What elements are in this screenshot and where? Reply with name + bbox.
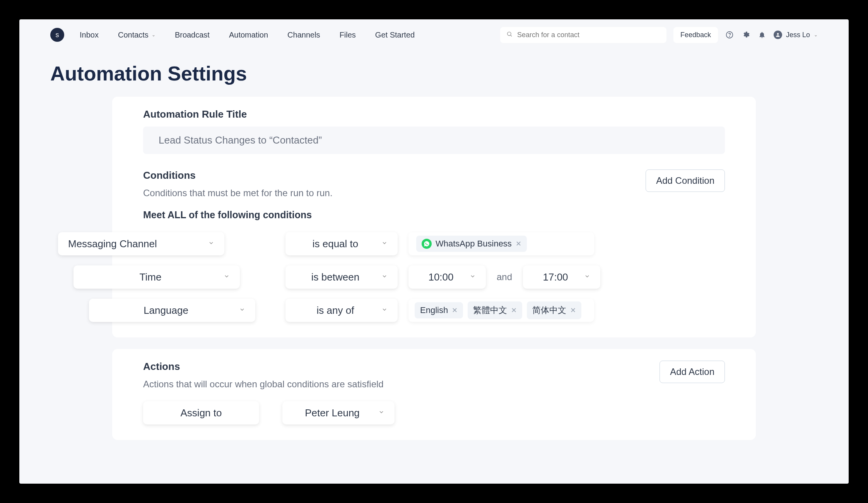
help-icon[interactable] [725,30,734,39]
chevron-down-icon [224,273,230,281]
logo[interactable]: s [50,28,64,42]
nav-right: Feedback Jess Lo ⌄ [500,27,818,43]
search-input[interactable] [517,31,660,39]
action-field-dropdown[interactable]: Assign to [143,401,259,424]
condition-field-dropdown[interactable]: Time [73,265,240,289]
conditions-label: Conditions [143,169,646,181]
condition-field-dropdown[interactable]: Messaging Channel [58,232,224,255]
nav-inbox[interactable]: Inbox [80,31,99,39]
user-name: Jess Lo [786,31,810,39]
nav-automation[interactable]: Automation [229,31,268,39]
bell-icon[interactable] [757,30,767,39]
remove-chip-icon[interactable]: ✕ [570,306,576,315]
time-start-dropdown[interactable]: 10:00 [408,265,486,289]
meet-all-label: Meet ALL of the following conditions [143,209,646,221]
condition-row-3: Language is any of English ✕ 繁體中文 ✕ 简体中文 [143,299,725,322]
action-row-1: Assign to Peter Leung [143,401,725,424]
chip-traditional-chinese: 繁體中文 ✕ [468,301,522,319]
chevron-down-icon [584,273,590,281]
condition-operator-dropdown[interactable]: is between [285,265,398,289]
chip-whatsapp: WhatsApp Business ✕ [416,236,527,252]
nav-contacts[interactable]: Contacts⌄ [118,31,155,39]
navbar: s Inbox Contacts⌄ Broadcast Automation C… [19,19,849,50]
condition-row-1: Messaging Channel is equal to WhatsApp B… [143,232,725,255]
nav-broadcast[interactable]: Broadcast [175,31,210,39]
user-menu[interactable]: Jess Lo ⌄ [774,31,818,39]
chevron-down-icon [381,273,388,281]
avatar-icon [774,31,782,39]
search-box[interactable] [500,27,666,43]
rule-title-label: Automation Rule Title [143,108,725,120]
chevron-down-icon: ⌄ [814,32,818,38]
gear-icon[interactable] [741,30,750,39]
time-end-dropdown[interactable]: 17:00 [523,265,600,289]
chip-english: English ✕ [415,302,463,318]
chevron-down-icon [208,240,214,248]
chevron-down-icon [470,273,476,281]
svg-point-4 [777,33,779,35]
condition-operator-dropdown[interactable]: is any of [285,299,398,322]
rule-title-input-wrap[interactable] [143,127,725,154]
nav-items: Inbox Contacts⌄ Broadcast Automation Cha… [80,31,415,39]
actions-card: Actions Actions that will occur when glo… [112,349,756,440]
svg-point-3 [730,36,730,37]
chevron-down-icon [381,306,388,314]
actions-label: Actions [143,361,660,373]
chevron-down-icon: ⌄ [152,32,155,38]
whatsapp-icon [422,239,432,249]
svg-line-1 [511,35,512,36]
svg-point-0 [507,32,511,36]
condition-value-input[interactable]: English ✕ 繁體中文 ✕ 简体中文 ✕ [408,299,594,322]
nav-get-started[interactable]: Get Started [375,31,415,39]
chevron-down-icon [378,409,384,417]
action-value-dropdown[interactable]: Peter Leung [282,401,395,424]
feedback-button[interactable]: Feedback [673,27,718,43]
condition-row-2: Time is between 10:00 and 17:00 [143,265,725,289]
condition-field-dropdown[interactable]: Language [89,299,255,322]
and-label: and [497,272,512,282]
add-action-button[interactable]: Add Action [660,361,725,383]
actions-subtitle: Actions that will occur when global cond… [143,379,660,390]
chevron-down-icon [239,306,245,314]
rule-card: Automation Rule Title Conditions Conditi… [112,97,756,337]
search-icon [506,31,513,39]
remove-chip-icon[interactable]: ✕ [452,306,458,315]
condition-operator-dropdown[interactable]: is equal to [285,232,398,255]
chip-simplified-chinese: 简体中文 ✕ [527,301,581,319]
condition-value-input[interactable]: WhatsApp Business ✕ [408,232,594,255]
page-title: Automation Settings [19,50,849,97]
chevron-down-icon [381,240,388,248]
conditions-subtitle: Conditions that must be met for the run … [143,188,646,198]
rule-title-input[interactable] [159,134,709,146]
remove-chip-icon[interactable]: ✕ [511,306,517,315]
logo-letter: s [56,31,59,39]
remove-chip-icon[interactable]: ✕ [516,240,521,248]
nav-files[interactable]: Files [340,31,356,39]
nav-channels[interactable]: Channels [287,31,320,39]
add-condition-button[interactable]: Add Condition [646,169,725,192]
